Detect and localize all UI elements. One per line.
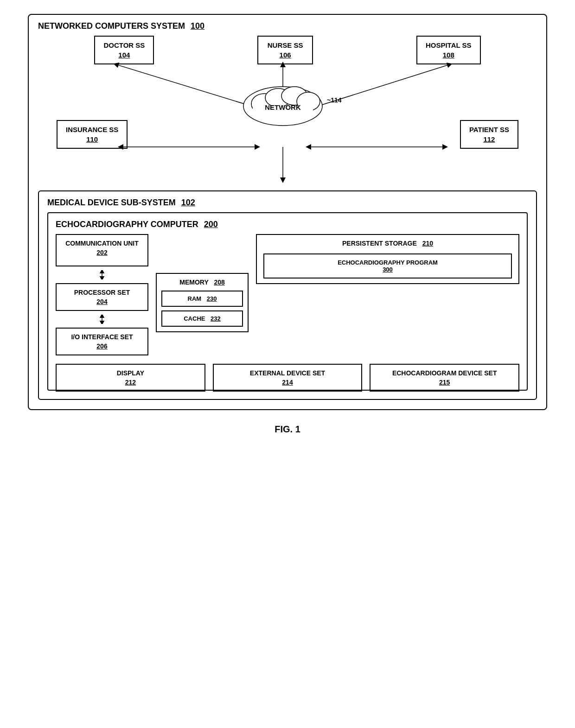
echo-program-label: ECHOCARDIOGRAPHY PROGRAM (338, 259, 438, 266)
medical-device-subsystem-box: MEDICAL DEVICE SUB-SYSTEM 102 ECHOCARDIO… (38, 190, 537, 400)
patient-ss-label: PATIENT SS (469, 126, 509, 133)
networked-computers-system-box: NETWORKED COMPUTERS SYSTEM 100 DOCTOR SS… (28, 14, 547, 410)
echo-program-number: 300 (383, 266, 393, 273)
communication-unit-box: COMMUNICATION UNIT 202 (56, 234, 148, 266)
patient-ss-box: PATIENT SS 112 (460, 120, 518, 149)
figure-label: FIG. 1 (275, 424, 300, 435)
comm-processor-arrow (88, 270, 116, 279)
network-section: DOCTOR SS 104 NURSE SS 106 HOSPITAL SS 1… (38, 36, 537, 184)
display-box: DISPLAY 212 (56, 364, 205, 392)
patient-ss-number: 112 (469, 135, 509, 143)
cache-number: 232 (211, 315, 221, 322)
echocardiogram-device-number: 215 (377, 379, 512, 386)
processor-number: 204 (63, 298, 141, 305)
nurse-ss-box: NURSE SS 106 (257, 36, 313, 64)
echo-computer-text: ECHOCARDIOGRAPHY COMPUTER (56, 220, 198, 229)
hospital-ss-label: HOSPITAL SS (426, 41, 472, 49)
memory-number: 208 (214, 279, 224, 286)
cache-box: CACHE 232 (161, 310, 243, 327)
insurance-ss-label: INSURANCE SS (66, 126, 118, 133)
networked-computers-label: NETWORKED COMPUTERS SYSTEM 100 (38, 21, 537, 31)
echo-computer-box: ECHOCARDIOGRAPHY COMPUTER 200 COMMUNICAT… (47, 212, 528, 391)
echocardiogram-device-label: ECHOCARDIOGRAM DEVICE SET (392, 369, 497, 377)
medical-label-text: MEDICAL DEVICE SUB-SYSTEM (47, 198, 176, 208)
display-number: 212 (63, 379, 198, 386)
comm-unit-number: 202 (63, 249, 141, 256)
processor-label: PROCESSOR SET (74, 289, 130, 296)
persistent-storage-box: PERSISTENT STORAGE 210 ECHOCARDIOGRAPHY … (256, 234, 519, 284)
external-device-box: EXTERNAL DEVICE SET 214 (213, 364, 363, 392)
processor-set-box: PROCESSOR SET 204 (56, 283, 148, 311)
doctor-ss-box: DOCTOR SS 104 (94, 36, 154, 64)
top-nodes-row: DOCTOR SS 104 NURSE SS 106 HOSPITAL SS 1… (38, 36, 537, 64)
left-column: COMMUNICATION UNIT 202 (56, 234, 148, 355)
insurance-ss-number: 110 (66, 135, 118, 143)
devices-row: DISPLAY 212 EXTERNAL DEVICE SET 214 ECHO… (56, 364, 519, 392)
hospital-ss-box: HOSPITAL SS 108 (416, 36, 481, 64)
memory-label: MEMORY (179, 279, 208, 286)
processor-io-arrow (88, 315, 116, 324)
echo-program-box: ECHOCARDIOGRAPHY PROGRAM 300 (263, 253, 512, 279)
diagram-container: NETWORKED COMPUTERS SYSTEM 100 DOCTOR SS… (23, 9, 552, 439)
hospital-ss-number: 108 (426, 51, 472, 59)
medical-label-number: 102 (181, 198, 195, 208)
echocardiogram-device-box: ECHOCARDIOGRAM DEVICE SET 215 (370, 364, 519, 392)
ram-box: RAM 230 (161, 291, 243, 307)
svg-text:NETWORK: NETWORK (265, 103, 301, 111)
external-device-label: EXTERNAL DEVICE SET (250, 369, 325, 377)
svg-text:~114: ~114 (327, 96, 342, 104)
doctor-ss-number: 104 (103, 51, 145, 59)
display-label: DISPLAY (117, 369, 144, 377)
outer-system-number: 100 (191, 21, 204, 31)
io-interface-label: I/O INTERFACE SET (71, 333, 133, 341)
echo-computer-label: ECHOCARDIOGRAPHY COMPUTER 200 (56, 220, 519, 229)
outer-system-label: NETWORKED COMPUTERS SYSTEM (38, 21, 185, 31)
persistent-label: PERSISTENT STORAGE 210 (263, 240, 512, 247)
cache-label: CACHE (184, 315, 205, 322)
doctor-ss-label: DOCTOR SS (103, 41, 145, 49)
echo-computer-number: 200 (204, 220, 218, 229)
persistent-storage-number: 210 (422, 240, 433, 247)
persistent-storage-label: PERSISTENT STORAGE (342, 240, 417, 247)
nurse-ss-label: NURSE SS (268, 41, 303, 49)
middle-column: MEMORY 208 RAM 230 CACHE 232 (156, 273, 249, 332)
ram-label: RAM (188, 295, 202, 302)
comm-unit-label: COMMUNICATION UNIT (65, 240, 139, 247)
bottom-arrows-svg (38, 147, 537, 184)
memory-label-row: MEMORY 208 (161, 279, 243, 286)
medical-system-label: MEDICAL DEVICE SUB-SYSTEM 102 (47, 198, 528, 208)
insurance-ss-box: INSURANCE SS 110 (57, 120, 128, 149)
external-device-number: 214 (220, 379, 355, 386)
top-arrows-svg: NETWORK ~114 (38, 64, 537, 125)
nurse-ss-number: 106 (267, 51, 304, 59)
inner-layout: COMMUNICATION UNIT 202 (56, 234, 519, 355)
io-interface-number: 206 (63, 342, 141, 350)
io-interface-box: I/O INTERFACE SET 206 (56, 328, 148, 355)
ram-number: 230 (207, 295, 217, 302)
memory-box: MEMORY 208 RAM 230 CACHE 232 (156, 273, 249, 332)
right-column: PERSISTENT STORAGE 210 ECHOCARDIOGRAPHY … (256, 234, 519, 284)
